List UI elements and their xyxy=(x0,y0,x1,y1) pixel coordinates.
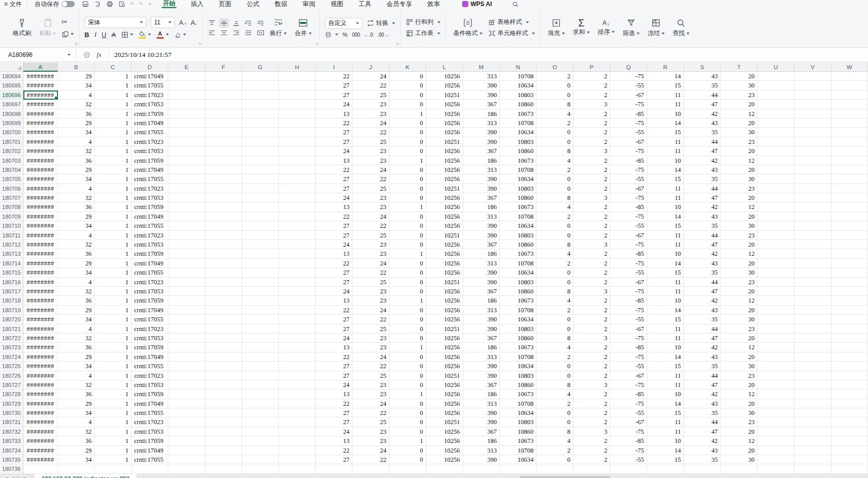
cell-R180696[interactable]: 11 xyxy=(647,91,684,100)
cell-U180706[interactable] xyxy=(758,184,794,193)
cell-Q180709[interactable]: -75 xyxy=(610,212,647,221)
cell-B180702[interactable]: 32 xyxy=(58,146,95,156)
cell-U180734[interactable] xyxy=(758,446,794,455)
zoom-formula-icon[interactable] xyxy=(83,51,91,58)
cell-H180706[interactable] xyxy=(279,184,315,193)
cell-H180725[interactable] xyxy=(279,362,315,371)
cell-O180697[interactable]: 8 xyxy=(536,100,573,109)
cell-B180716[interactable]: 4 xyxy=(58,278,95,287)
cell-S180702[interactable]: 47 xyxy=(684,146,721,156)
increase-font-button[interactable]: A+ xyxy=(179,19,187,26)
cell-C180713[interactable]: 1 xyxy=(95,249,131,258)
cell-J180701[interactable]: 25 xyxy=(352,137,389,146)
cell-C180724[interactable]: 1 xyxy=(95,352,131,362)
find-button[interactable]: 查找 xyxy=(670,17,692,39)
cell-M180736[interactable] xyxy=(463,464,500,473)
tab-审阅[interactable]: 审阅 xyxy=(302,0,316,8)
cell-M180713[interactable]: 186 xyxy=(463,249,500,258)
cell-V180699[interactable] xyxy=(794,118,831,128)
comma-style-button[interactable]: 000 xyxy=(352,32,360,38)
cell-V180698[interactable] xyxy=(794,109,831,118)
cell-N180706[interactable]: 10803 xyxy=(500,184,536,193)
cell-H180710[interactable] xyxy=(279,221,315,230)
redo-icon[interactable]: ↷ xyxy=(138,1,143,8)
cell-C180712[interactable]: 1 xyxy=(95,240,131,249)
cell-M180709[interactable]: 313 xyxy=(463,212,500,221)
number-format-select[interactable]: 自定义 xyxy=(325,18,363,29)
cell-C180716[interactable]: 1 xyxy=(95,278,131,287)
cell-J180715[interactable]: 22 xyxy=(352,268,389,277)
cell-L180708[interactable]: 10256 xyxy=(426,202,463,212)
print-icon[interactable] xyxy=(106,1,113,8)
cell-A180716[interactable]: ######## xyxy=(23,278,58,287)
cell-U180709[interactable] xyxy=(758,212,794,221)
cell-H180719[interactable] xyxy=(279,306,315,315)
cell-S180735[interactable]: 35 xyxy=(684,455,721,464)
cell-S180736[interactable] xyxy=(684,464,721,473)
cell-F180716[interactable] xyxy=(205,278,242,287)
cell-P180736[interactable] xyxy=(574,464,610,473)
cell-C180728[interactable]: 1 xyxy=(95,390,131,399)
cell-L180729[interactable]: 10256 xyxy=(426,399,463,408)
cell-V180697[interactable] xyxy=(794,100,831,109)
cell-T180717[interactable]: 20 xyxy=(721,287,757,296)
cell-D180713[interactable]: crnti:17059 xyxy=(132,249,168,258)
cell-M180731[interactable]: 390 xyxy=(463,417,500,427)
cell-B180736[interactable] xyxy=(58,464,95,473)
cell-W180709[interactable] xyxy=(831,212,868,221)
cell-W180726[interactable] xyxy=(831,371,868,380)
cell-I180715[interactable]: 27 xyxy=(316,268,352,277)
cell-J180696[interactable]: 25 xyxy=(352,91,389,100)
cell-T180699[interactable]: 20 xyxy=(721,118,757,128)
cell-S180731[interactable]: 44 xyxy=(684,417,721,427)
cell-K180697[interactable]: 0 xyxy=(390,100,426,109)
cell-style-button[interactable]: 单元格样式 xyxy=(488,29,535,38)
cell-T180720[interactable]: 30 xyxy=(721,315,757,324)
cell-V180696[interactable] xyxy=(794,91,831,100)
cell-V180721[interactable] xyxy=(794,324,831,334)
cell-G180699[interactable] xyxy=(242,118,279,128)
cell-S180711[interactable]: 44 xyxy=(684,231,721,240)
cell-G180726[interactable] xyxy=(242,371,279,380)
cell-W180720[interactable] xyxy=(831,315,868,324)
cell-W180729[interactable] xyxy=(831,399,868,408)
freeze-panes-button[interactable]: 冻结 xyxy=(645,17,667,39)
cell-J180695[interactable]: 22 xyxy=(352,81,389,90)
tab-公式[interactable]: 公式 xyxy=(246,0,260,8)
cell-B180694[interactable]: 29 xyxy=(58,72,95,81)
cell-B180730[interactable]: 34 xyxy=(58,408,95,417)
cell-L180714[interactable]: 10256 xyxy=(426,259,463,268)
cell-V180717[interactable] xyxy=(794,287,831,296)
cell-E180707[interactable] xyxy=(168,193,205,202)
cell-V180734[interactable] xyxy=(794,446,831,455)
cell-W180714[interactable] xyxy=(831,259,868,268)
tab-效率[interactable]: 效率 xyxy=(426,0,441,8)
row-header-180735[interactable]: 180735 xyxy=(0,455,23,464)
cell-E180732[interactable] xyxy=(168,427,205,436)
cell-E180730[interactable] xyxy=(168,408,205,417)
cell-V180714[interactable] xyxy=(794,259,831,268)
cell-G180694[interactable] xyxy=(242,72,279,81)
cell-Q180694[interactable]: -75 xyxy=(610,72,647,81)
cell-N180708[interactable]: 10673 xyxy=(500,202,536,212)
cell-D180728[interactable]: crnti:17059 xyxy=(132,390,168,399)
row-header-180710[interactable]: 180710 xyxy=(0,221,23,230)
cell-O180706[interactable]: 0 xyxy=(536,184,573,193)
cell-K180720[interactable]: 0 xyxy=(390,315,426,324)
cell-L180702[interactable]: 10256 xyxy=(426,146,463,156)
cell-M180721[interactable]: 390 xyxy=(463,324,500,334)
next-sheet-icon[interactable]: ▶ xyxy=(17,476,21,478)
cell-F180727[interactable] xyxy=(205,380,242,390)
cell-K180724[interactable]: 0 xyxy=(390,352,426,362)
cell-M180714[interactable]: 313 xyxy=(463,259,500,268)
cell-N180697[interactable]: 10860 xyxy=(500,100,536,109)
cell-G180696[interactable] xyxy=(242,91,279,100)
cell-P180716[interactable]: 2 xyxy=(574,278,610,287)
column-header-H[interactable]: H xyxy=(279,63,315,72)
cell-G180723[interactable] xyxy=(242,343,279,352)
cell-L180718[interactable]: 10256 xyxy=(426,296,463,305)
cell-E180724[interactable] xyxy=(168,352,205,362)
cell-C180725[interactable]: 1 xyxy=(95,362,131,371)
cell-V180710[interactable] xyxy=(794,221,831,230)
cell-D180720[interactable]: crnti:17055 xyxy=(132,315,168,324)
